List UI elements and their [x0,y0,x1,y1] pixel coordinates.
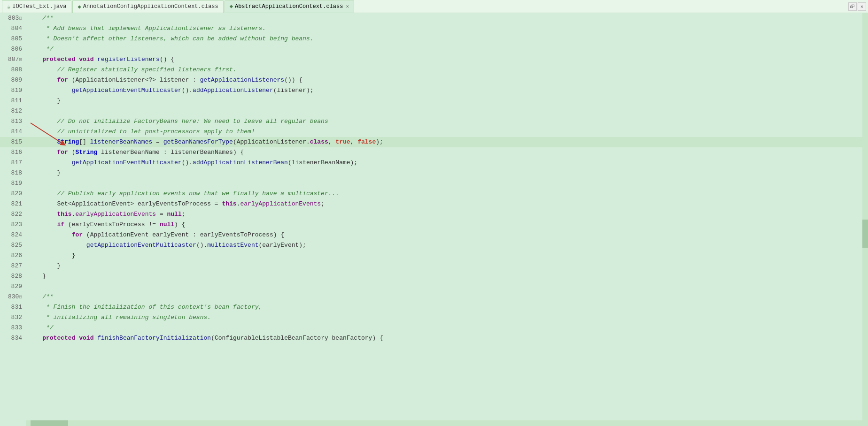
code-line-809: 809 for (ApplicationListener<?> listener… [0,75,868,85]
scrollbar-thumb-h[interactable] [31,420,68,426]
line-number: 806 [0,44,26,54]
tab-abstract[interactable]: ◆ AbstractApplicationContext.class ✕ [225,0,354,13]
line-content-830: /** [26,292,868,302]
line-number: 807⊟ [0,54,26,65]
code-area: 803⊟ /** 804 * Add beans that implement … [0,13,868,426]
code-line-811: 811 } [0,96,868,106]
line-number: 832 [0,312,26,323]
line-content-827: } [26,261,868,271]
line-number: 809 [0,75,26,85]
class-icon-2: ◆ [230,3,233,10]
fold-807[interactable]: ⊟ [19,57,22,62]
line-content-811: } [26,96,868,106]
line-number: 830⊟ [0,292,26,302]
window-controls: 🗗 ✕ [845,0,868,13]
line-content-825: getApplicationEventMulticaster().multica… [26,240,868,251]
code-line-816: 816 for (String listenerBeanName : liste… [0,147,868,158]
line-content-831: * Finish the initialization of this cont… [26,302,868,312]
code-line-818: 818 } [0,168,868,178]
line-number: 817 [0,158,26,168]
line-content-833: */ [26,323,868,333]
line-number: 805 [0,34,26,44]
line-number: 823 [0,220,26,230]
code-line-820: 820 // Publish early application events … [0,189,868,199]
line-number: 825 [0,240,26,251]
line-content-826: } [26,251,868,261]
line-number: 820 [0,189,26,199]
line-number: 826 [0,251,26,261]
code-line-824: 824 for (ApplicationEvent earlyEvent : e… [0,230,868,240]
line-number: 816 [0,147,26,158]
line-content-818: } [26,168,868,178]
line-number: 833 [0,323,26,333]
code-line-807: 807⊟ protected void registerListeners() … [0,54,868,65]
code-line-822: 822 this.earlyApplicationEvents = null; [0,209,868,220]
line-content-803: /** [26,13,868,23]
tab-annotation[interactable]: ◆ AnnotationConfigApplicationContext.cla… [72,0,223,13]
code-line-833: 833 */ [0,323,868,333]
line-content-810: getApplicationEventMulticaster().addAppl… [26,85,868,96]
fold-830[interactable]: ⊟ [19,294,22,300]
code-line-815: 815 String[] listenerBeanNames = getBean… [0,137,868,147]
line-content-805: * Doesn't affect other listeners, which … [26,34,868,44]
line-number: 813 [0,116,26,127]
tab-label: AnnotationConfigApplicationContext.class [83,3,218,10]
line-content-814: // uninitialized to let post-processors … [26,127,868,137]
code-line-803: 803⊟ /** [0,13,868,23]
line-number: 811 [0,96,26,106]
line-content-834: protected void finishBeanFactoryInitiali… [26,333,868,343]
tab-bar: ☕ IOCTest_Ext.java ◆ AnnotationConfigApp… [0,0,868,13]
line-number: 821 [0,199,26,209]
line-number: 834 [0,333,26,343]
line-number: 803⊟ [0,13,26,23]
restore-button[interactable]: 🗗 [848,2,857,11]
scrollbar-thumb-v[interactable] [862,220,868,248]
line-content-817: getApplicationEventMulticaster().addAppl… [26,158,868,168]
line-number: 818 [0,168,26,178]
code-line-810: 810 getApplicationEventMulticaster().add… [0,85,868,96]
line-content-815: String[] listenerBeanNames = getBeanName… [26,137,868,147]
java-icon: ☕ [7,3,10,10]
line-number: 812 [0,106,26,116]
line-number: 831 [0,302,26,312]
code-line-813: 813 // Do not initialize FactoryBeans he… [0,116,868,127]
line-content-828: } [26,271,868,281]
close-tab-button[interactable]: ✕ [346,3,349,9]
line-number: 815 [0,137,26,147]
code-line-825: 825 getApplicationEventMulticaster().mul… [0,240,868,251]
code-content: 803⊟ /** 804 * Add beans that implement … [0,13,868,426]
line-content-832: * initializing all remaining singleton b… [26,312,868,323]
tab-ioctest[interactable]: ☕ IOCTest_Ext.java [2,0,71,13]
line-number: 829 [0,281,26,292]
code-line-808: 808 // Register statically specified lis… [0,65,868,75]
editor-container: ☕ IOCTest_Ext.java ◆ AnnotationConfigApp… [0,0,868,426]
horizontal-scrollbar[interactable] [26,420,862,426]
line-number: 824 [0,230,26,240]
code-line-814: 814 // uninitialized to let post-process… [0,127,868,137]
code-line-832: 832 * initializing all remaining singlet… [0,312,868,323]
code-line-830: 830⊟ /** [0,292,868,302]
line-content-816: for (String listenerBeanName : listenerB… [26,147,868,158]
code-line-821: 821 Set<ApplicationEvent> earlyEventsToP… [0,199,868,209]
vertical-scrollbar[interactable] [862,13,868,426]
code-line-806: 806 */ [0,44,868,54]
code-line-831: 831 * Finish the initialization of this … [0,302,868,312]
tab-label: IOCTest_Ext.java [12,3,66,10]
code-line-827: 827 } [0,261,868,271]
line-number: 828 [0,271,26,281]
line-number: 814 [0,127,26,137]
close-button[interactable]: ✕ [858,2,866,11]
class-icon: ◆ [78,3,81,10]
fold-803[interactable]: ⊟ [19,15,22,21]
code-line-812: 812 [0,106,868,116]
line-number: 827 [0,261,26,271]
code-line-819: 819 [0,178,868,189]
code-line-829: 829 [0,281,868,292]
line-content-813: // Do not initialize FactoryBeans here: … [26,116,868,127]
code-line-817: 817 getApplicationEventMulticaster().add… [0,158,868,168]
line-content-809: for (ApplicationListener<?> listener : g… [26,75,868,85]
line-content-807: protected void registerListeners() { [26,54,868,65]
code-line-834: 834 protected void finishBeanFactoryInit… [0,333,868,343]
code-line-826: 826 } [0,251,868,261]
line-content-806: */ [26,44,868,54]
